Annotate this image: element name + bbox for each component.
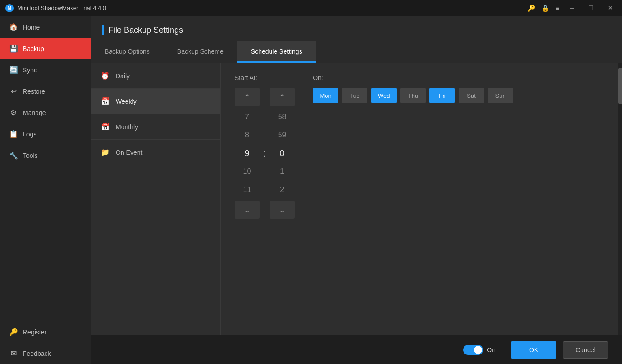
hour-row-8: 8 — [235, 126, 260, 144]
minute-row-0: 0 — [270, 144, 295, 162]
time-spinners-row: ⌃ 7 8 9 10 11 ⌄ — [235, 88, 295, 219]
minute-spinner: ⌃ 58 59 0 1 2 ⌄ — [270, 88, 295, 219]
sidebar-item-home[interactable]: 🏠 Home — [0, 16, 91, 38]
register-icon: 🔑 — [9, 328, 18, 336]
minimize-button[interactable]: ─ — [566, 2, 578, 15]
scrollbar-thumb[interactable] — [618, 68, 622, 104]
sidebar-item-manage[interactable]: ⚙ Manage — [0, 102, 91, 123]
hour-up-button[interactable]: ⌃ — [235, 88, 260, 106]
sidebar-label-logs: Logs — [23, 131, 36, 138]
sidebar-item-feedback[interactable]: ✉ Feedback — [0, 343, 91, 364]
close-button[interactable]: ✕ — [604, 2, 617, 15]
day-button-fri[interactable]: Fri — [429, 88, 455, 103]
menu-item-weekly[interactable]: 📅 Weekly — [91, 89, 220, 114]
minute-row-59: 59 — [270, 126, 295, 144]
monthly-icon: 📅 — [100, 122, 110, 131]
menu-label-daily: Daily — [116, 72, 130, 80]
maximize-button[interactable]: ☐ — [585, 2, 597, 15]
key-icon[interactable]: 🔑 — [527, 5, 535, 12]
sidebar-label-home: Home — [23, 24, 40, 31]
tools-icon: 🔧 — [9, 151, 18, 160]
left-pane: ⏰ Daily 📅 Weekly 📅 Monthly 📁 On Event — [91, 63, 221, 335]
menu-label-monthly: Monthly — [116, 123, 138, 131]
bottom-bar: On OK Cancel — [91, 335, 622, 364]
days-row: Mon Tue Wed Thu Fri Sat Sun — [313, 88, 513, 103]
pane-layout: ⏰ Daily 📅 Weekly 📅 Monthly 📁 On Event — [91, 63, 622, 335]
minute-down-button[interactable]: ⌄ — [270, 201, 295, 219]
sidebar-item-logs[interactable]: 📋 Logs — [0, 123, 91, 145]
ok-button[interactable]: OK — [511, 341, 556, 359]
menu-label-on-event: On Event — [116, 149, 142, 156]
page-header: File Backup Settings — [91, 16, 622, 41]
start-at-label: Start At: — [235, 74, 257, 81]
page-title: File Backup Settings — [108, 25, 183, 35]
start-at-section: Start At: ⌃ 7 8 9 10 — [235, 74, 295, 219]
day-button-mon[interactable]: Mon — [313, 88, 338, 103]
hour-row-11: 11 — [235, 181, 260, 199]
titlebar: M MiniTool ShadowMaker Trial 4.4.0 🔑 🔒 ≡… — [0, 0, 622, 16]
sidebar-label-register: Register — [23, 329, 46, 336]
day-button-thu[interactable]: Thu — [400, 88, 426, 103]
app-logo: M — [5, 4, 14, 12]
sidebar-item-sync[interactable]: 🔄 Sync — [0, 59, 91, 81]
hour-row-9: 9 — [235, 144, 260, 162]
sidebar-label-manage: Manage — [23, 109, 46, 116]
day-button-wed[interactable]: Wed — [371, 88, 397, 103]
on-event-icon: 📁 — [100, 148, 110, 157]
sidebar-item-register[interactable]: 🔑 Register — [0, 321, 91, 343]
cancel-button[interactable]: Cancel — [563, 341, 608, 359]
titlebar-left: M MiniTool ShadowMaker Trial 4.4.0 — [5, 4, 106, 12]
weekly-icon: 📅 — [100, 97, 110, 106]
logs-icon: 📋 — [9, 130, 18, 138]
tab-backup-scheme[interactable]: Backup Scheme — [163, 41, 237, 63]
time-separator: : — [263, 147, 266, 159]
sidebar-label-restore: Restore — [23, 88, 45, 95]
menu-icon[interactable]: ≡ — [556, 5, 559, 12]
sidebar-bottom: 🔑 Register ✉ Feedback — [0, 321, 91, 364]
scrollbar-track[interactable] — [618, 63, 622, 335]
minute-row-58: 58 — [270, 108, 295, 126]
hour-row-7: 7 — [235, 108, 260, 126]
settings-container: Backup Options Backup Scheme Schedule Se… — [91, 41, 622, 335]
hour-display: 7 8 9 10 11 — [235, 106, 260, 201]
sidebar-item-backup[interactable]: 💾 Backup — [0, 38, 91, 59]
restore-icon: ↩ — [9, 87, 18, 96]
sync-icon: 🔄 — [9, 66, 18, 74]
minute-up-button[interactable]: ⌃ — [270, 88, 295, 106]
minute-row-2: 2 — [270, 181, 295, 199]
app-body: 🏠 Home 💾 Backup 🔄 Sync ↩ Restore ⚙ Manag… — [0, 16, 622, 364]
schedule-content: Start At: ⌃ 7 8 9 10 — [235, 74, 608, 219]
sidebar-label-tools: Tools — [23, 152, 38, 159]
tab-backup-options[interactable]: Backup Options — [91, 41, 163, 63]
sidebar-item-tools[interactable]: 🔧 Tools — [0, 145, 91, 166]
sidebar-label-feedback: Feedback — [23, 350, 51, 357]
menu-item-monthly[interactable]: 📅 Monthly — [91, 114, 220, 140]
manage-icon: ⚙ — [9, 108, 18, 117]
toggle-knob — [474, 346, 482, 354]
on-section: On: Mon Tue Wed Thu Fri Sat Sun — [313, 74, 513, 219]
day-button-tue[interactable]: Tue — [342, 88, 367, 103]
day-button-sat[interactable]: Sat — [459, 88, 484, 103]
menu-item-daily[interactable]: ⏰ Daily — [91, 63, 220, 89]
minute-display: 58 59 0 1 2 — [270, 106, 295, 201]
titlebar-controls: 🔑 🔒 ≡ ─ ☐ ✕ — [527, 2, 617, 15]
hour-spinner: ⌃ 7 8 9 10 11 ⌄ — [235, 88, 260, 219]
lock-icon[interactable]: 🔒 — [541, 5, 549, 12]
tab-schedule-settings[interactable]: Schedule Settings — [237, 41, 316, 63]
toggle-row: On — [463, 345, 495, 355]
sidebar-label-sync: Sync — [23, 66, 37, 74]
menu-item-on-event[interactable]: 📁 On Event — [91, 140, 220, 165]
toggle-switch[interactable] — [463, 345, 483, 355]
on-label: On: — [313, 74, 323, 81]
main-content: File Backup Settings Backup Options Back… — [91, 16, 622, 364]
sidebar-item-restore[interactable]: ↩ Restore — [0, 81, 91, 102]
tabs-row: Backup Options Backup Scheme Schedule Se… — [91, 41, 622, 63]
hour-down-button[interactable]: ⌄ — [235, 201, 260, 219]
right-pane: Start At: ⌃ 7 8 9 10 — [221, 63, 622, 335]
menu-label-weekly: Weekly — [116, 98, 137, 105]
toggle-label: On — [487, 346, 495, 354]
daily-icon: ⏰ — [100, 71, 110, 80]
day-button-sun[interactable]: Sun — [488, 88, 513, 103]
sidebar: 🏠 Home 💾 Backup 🔄 Sync ↩ Restore ⚙ Manag… — [0, 16, 91, 364]
sidebar-label-backup: Backup — [23, 45, 44, 52]
